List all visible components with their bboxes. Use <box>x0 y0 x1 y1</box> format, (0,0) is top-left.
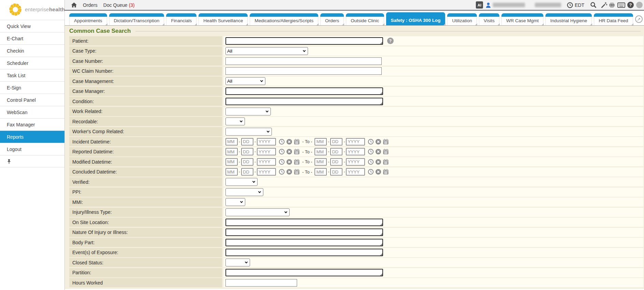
select-field[interactable] <box>225 188 263 196</box>
clear-date-icon[interactable] <box>375 159 381 165</box>
text-area-field[interactable] <box>225 229 383 236</box>
select-field[interactable]: All <box>225 47 308 55</box>
year-field[interactable] <box>257 158 276 166</box>
sidebar-item[interactable]: E-Sign <box>0 81 64 94</box>
tab[interactable]: Dictation/Transcription <box>109 13 164 25</box>
clear-date-icon[interactable] <box>375 169 381 175</box>
tab[interactable]: Orders <box>320 13 344 25</box>
user-icon[interactable] <box>486 2 491 8</box>
sidebar-item[interactable]: Logout <box>0 143 64 155</box>
select-field[interactable] <box>225 198 245 206</box>
select-field[interactable] <box>225 128 272 136</box>
calendar-icon[interactable] <box>294 169 300 175</box>
month-field[interactable] <box>225 168 238 176</box>
tab[interactable]: Safety : OSHA 300 Log <box>386 12 445 25</box>
tab[interactable]: Appointments <box>69 13 107 25</box>
sidebar-item[interactable]: Scheduler <box>0 57 64 69</box>
text-area-field[interactable] <box>225 219 383 226</box>
search-icon[interactable] <box>590 2 597 8</box>
time-clock-icon[interactable] <box>279 139 285 145</box>
doc-queue-link[interactable]: Doc Queue(3) <box>103 2 135 8</box>
year-field[interactable] <box>346 148 365 155</box>
sidebar-item[interactable]: E-Chart <box>0 32 64 44</box>
orders-link[interactable]: Orders <box>83 2 98 8</box>
ai-badge[interactable]: AI <box>476 1 483 9</box>
help-icon[interactable]: ? <box>387 38 394 44</box>
sidebar-item[interactable]: Reports <box>0 130 64 143</box>
text-area-field[interactable] <box>225 98 383 105</box>
year-field[interactable] <box>346 168 365 176</box>
tab[interactable]: Health Surveillance <box>199 13 248 25</box>
tab[interactable]: Utilization <box>447 13 477 25</box>
clear-date-icon[interactable] <box>286 169 292 175</box>
globe-icon[interactable] <box>609 2 615 8</box>
month-field[interactable] <box>225 158 238 166</box>
time-clock-icon[interactable] <box>279 169 285 175</box>
year-field[interactable] <box>346 158 365 166</box>
year-field[interactable] <box>257 168 276 176</box>
help-icon-topbar[interactable]: ? <box>627 2 634 8</box>
year-field[interactable] <box>346 138 365 146</box>
sidebar-item[interactable]: Task List <box>0 69 64 81</box>
tab[interactable]: Medications/Allergies/Scripts <box>250 13 318 25</box>
sidebar-item[interactable]: WebScan <box>0 106 64 118</box>
text-field[interactable] <box>225 279 297 287</box>
select-field[interactable] <box>225 178 258 186</box>
tab[interactable]: WR Case Mgmt <box>501 13 543 25</box>
clear-date-icon[interactable] <box>286 139 292 145</box>
calendar-icon[interactable] <box>294 159 300 165</box>
clear-date-icon[interactable] <box>375 149 381 155</box>
day-field[interactable] <box>241 138 253 146</box>
time-clock-icon[interactable] <box>368 159 374 165</box>
calendar-icon[interactable] <box>383 149 389 155</box>
month-field[interactable] <box>314 138 327 146</box>
select-field[interactable]: All <box>225 77 265 85</box>
sidebar-item[interactable]: Control Panel <box>0 94 64 106</box>
tab[interactable]: Visits <box>479 13 499 25</box>
day-field[interactable] <box>330 148 342 155</box>
clear-date-icon[interactable] <box>286 159 292 165</box>
text-area-field[interactable] <box>225 269 383 276</box>
text-area-field[interactable] <box>225 249 383 256</box>
sidebar-item[interactable]: Fax Manager <box>0 118 64 130</box>
day-field[interactable] <box>330 158 342 166</box>
tab[interactable]: HR Data Feed <box>594 13 633 25</box>
day-field[interactable] <box>330 138 342 146</box>
keyboard-icon[interactable] <box>617 2 625 8</box>
month-field[interactable] <box>314 158 327 166</box>
text-field[interactable] <box>225 67 382 75</box>
external-link-icon[interactable]: ↗ <box>635 15 643 23</box>
month-field[interactable] <box>225 148 238 155</box>
tab[interactable]: Financials <box>166 13 196 25</box>
day-field[interactable] <box>241 168 253 176</box>
select-field[interactable] <box>225 259 250 266</box>
calendar-icon[interactable] <box>294 139 300 145</box>
time-clock-icon[interactable] <box>368 139 374 145</box>
select-field[interactable] <box>225 108 271 115</box>
year-field[interactable] <box>257 148 276 155</box>
sidebar-item[interactable]: Quick View <box>0 20 64 32</box>
year-field[interactable] <box>257 138 276 146</box>
calendar-icon[interactable] <box>383 159 389 165</box>
tab[interactable]: Outside Clinic <box>346 13 384 25</box>
day-field[interactable] <box>330 168 342 176</box>
month-field[interactable] <box>314 168 327 176</box>
select-field[interactable] <box>225 208 290 216</box>
avatar[interactable] <box>636 2 643 8</box>
month-field[interactable] <box>314 148 327 155</box>
magic-wand-icon[interactable] <box>601 2 608 9</box>
sidebar-item[interactable]: Checkin <box>0 44 64 57</box>
month-field[interactable] <box>225 138 238 146</box>
tab[interactable]: Industrial Hygiene <box>545 13 592 25</box>
calendar-icon[interactable] <box>294 149 300 155</box>
day-field[interactable] <box>241 148 253 155</box>
home-icon[interactable] <box>71 2 77 8</box>
day-field[interactable] <box>241 158 253 166</box>
time-clock-icon[interactable] <box>279 159 285 165</box>
text-field[interactable] <box>225 57 382 65</box>
time-clock-icon[interactable] <box>279 149 285 155</box>
text-area-field[interactable] <box>225 239 383 246</box>
select-field[interactable] <box>225 118 245 125</box>
time-clock-icon[interactable] <box>368 169 374 175</box>
sidebar-pin-item[interactable] <box>0 155 64 167</box>
